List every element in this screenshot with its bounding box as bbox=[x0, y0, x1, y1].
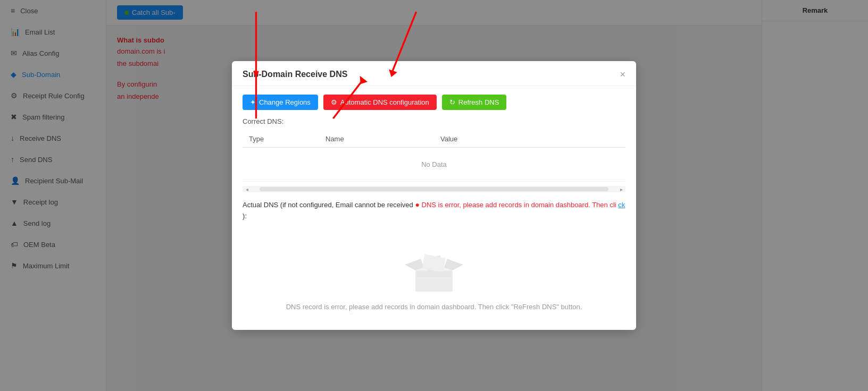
refresh-icon: ↻ bbox=[449, 98, 455, 106]
gear-icon: ⚙ bbox=[331, 98, 337, 106]
main-content: Catch all Sub- What is subdo domain.com … bbox=[106, 0, 868, 391]
empty-state: DNS record is error, please add records … bbox=[243, 231, 625, 321]
col-value: Value bbox=[434, 131, 625, 148]
modal-body: ✦ Change Regions ⚙ Automatic DNS configu… bbox=[232, 86, 636, 330]
col-type: Type bbox=[243, 131, 319, 148]
actual-dns-section: Actual DNS (if not configured, Email can… bbox=[243, 199, 625, 222]
automatic-dns-button[interactable]: ⚙ Automatic DNS configuration bbox=[323, 95, 437, 110]
change-regions-button[interactable]: ✦ Change Regions bbox=[243, 95, 318, 110]
dns-error-text: DNS is error, please add records in doma… bbox=[422, 201, 616, 209]
actual-dns-suffix: ): bbox=[243, 212, 247, 220]
correct-dns-label: Correct DNS: bbox=[243, 117, 625, 125]
col-name: Name bbox=[319, 131, 434, 148]
error-dot: ● bbox=[415, 200, 419, 209]
action-buttons-row: ✦ Change Regions ⚙ Automatic DNS configu… bbox=[243, 95, 625, 110]
modal-title: Sub-Domain Receive DNS bbox=[243, 70, 347, 79]
actual-dns-prefix: Actual DNS (if not configured, Email can… bbox=[243, 201, 415, 209]
svg-rect-6 bbox=[417, 271, 451, 277]
modal-close-button[interactable]: × bbox=[620, 70, 625, 79]
modal: Sub-Domain Receive DNS × ✦ Change Region… bbox=[232, 61, 636, 330]
table-row-no-data: No Data bbox=[243, 148, 625, 182]
refresh-dns-button[interactable]: ↻ Refresh DNS bbox=[442, 95, 507, 110]
empty-state-text: DNS record is error, please add records … bbox=[286, 303, 582, 311]
scroll-right-arrow[interactable]: ▸ bbox=[617, 185, 625, 193]
scrollbar-track[interactable] bbox=[260, 187, 608, 191]
modal-overlay[interactable]: Sub-Domain Receive DNS × ✦ Change Region… bbox=[106, 0, 868, 391]
scrollbar-area[interactable]: ◂ ▸ bbox=[243, 186, 625, 192]
empty-illustration bbox=[402, 241, 466, 294]
modal-header: Sub-Domain Receive DNS × bbox=[232, 61, 636, 86]
dns-table: Type Name Value No Data bbox=[243, 131, 625, 182]
location-icon: ✦ bbox=[250, 98, 256, 106]
scroll-left-arrow[interactable]: ◂ bbox=[243, 185, 251, 193]
dns-error-link[interactable]: ck bbox=[618, 201, 625, 209]
no-data-cell: No Data bbox=[243, 148, 625, 182]
